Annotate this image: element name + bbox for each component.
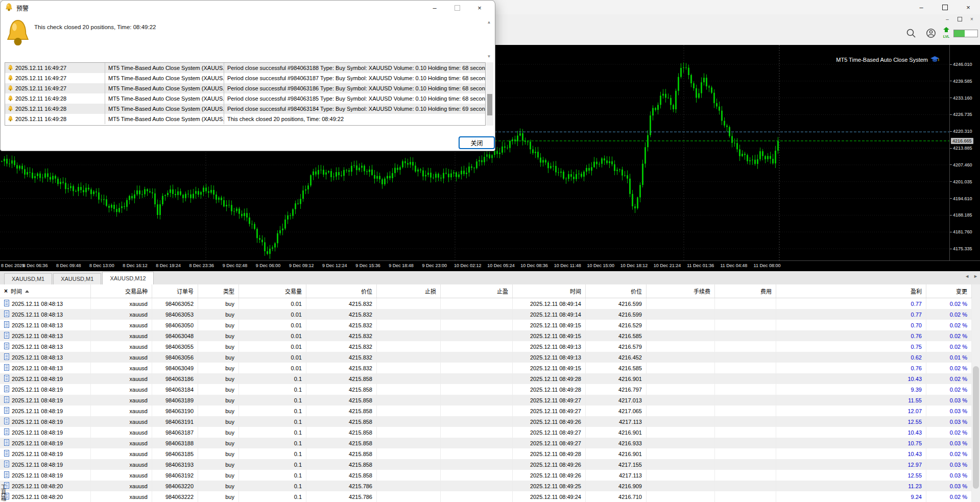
- chart-tab-xauusd-m1[interactable]: XAUUSD,M1: [4, 273, 52, 284]
- alert-row[interactable]: 2025.12.11 16:49:27MT5 Time-Based Auto C…: [5, 73, 485, 83]
- deal-icon: [4, 418, 9, 425]
- cell-6: [377, 438, 441, 448]
- deal-icon: [4, 407, 9, 415]
- chart-tab-xauusd-m12[interactable]: XAUUSD,M12: [102, 272, 153, 284]
- table-row[interactable]: 2025.12.11 08:48:19xauusd984063189buy0.1…: [0, 395, 980, 405]
- window-close-button[interactable]: ×: [957, 0, 980, 14]
- time-axis[interactable]: 8 Dec 20258 Dec 06:368 Dec 09:488 Dec 13…: [0, 260, 980, 272]
- cell-3: buy: [198, 491, 239, 502]
- tab-scroll-left-icon[interactable]: ◄: [965, 274, 969, 279]
- toolbox-side-tab[interactable]: 工具箱: [0, 484, 7, 502]
- dialog-minimize-button[interactable]: –: [423, 1, 446, 15]
- cell-8: 2025.12.11 08:49:14: [513, 309, 586, 320]
- level-icon[interactable]: LVL: [942, 27, 950, 38]
- deal-icon: [4, 450, 9, 458]
- cell-2: 984063185: [152, 448, 198, 459]
- column-header-6[interactable]: 止损: [377, 284, 441, 298]
- table-row[interactable]: 2025.12.11 08:48:13xauusd984063053buy0.0…: [0, 309, 980, 320]
- chart-restore-button[interactable]: [953, 14, 966, 23]
- table-row[interactable]: 2025.12.11 08:48:13xauusd984063056buy0.0…: [0, 352, 980, 363]
- dialog-close-button[interactable]: ×: [468, 1, 491, 15]
- column-header-9[interactable]: 价位: [586, 284, 647, 298]
- table-row[interactable]: 2025.12.11 08:48:13xauusd984063048buy0.0…: [0, 330, 980, 341]
- cell-7: [441, 309, 513, 320]
- column-header-5[interactable]: 价位: [306, 284, 377, 298]
- column-header-0[interactable]: ×时间: [0, 284, 91, 298]
- cell-0: 2025.12.11 08:48:13: [0, 298, 91, 309]
- column-header-10[interactable]: 手续费: [647, 284, 715, 298]
- alert-row[interactable]: 2025.12.11 16:49:28MT5 Time-Based Auto C…: [5, 114, 485, 124]
- column-header-12[interactable]: 盈利: [776, 284, 926, 298]
- table-row[interactable]: 2025.12.11 08:48:19xauusd984063187buy0.1…: [0, 427, 980, 438]
- column-header-1[interactable]: 交易品种: [91, 284, 152, 298]
- table-scrollbar-thumb[interactable]: [973, 366, 979, 489]
- alert-row[interactable]: 2025.12.11 16:49:28MT5 Time-Based Auto C…: [5, 93, 485, 104]
- column-header-13[interactable]: 变更: [926, 284, 972, 298]
- cell-10: [647, 416, 715, 427]
- table-row[interactable]: 2025.12.11 08:48:19xauusd984063193buy0.1…: [0, 459, 980, 470]
- chart-minimize-button[interactable]: –: [941, 14, 953, 23]
- close-button[interactable]: 关闭: [459, 136, 495, 149]
- tab-scroll-right-icon[interactable]: ►: [973, 274, 978, 279]
- table-row[interactable]: 2025.12.11 08:48:13xauusd984063050buy0.0…: [0, 320, 980, 330]
- alert-list-scrollbar[interactable]: [486, 62, 493, 126]
- cell-11: [715, 438, 776, 448]
- account-icon[interactable]: [925, 28, 937, 41]
- panel-close-icon[interactable]: ×: [4, 288, 8, 294]
- chart-tab-xauusd-m1[interactable]: XAUUSD,M1: [53, 273, 101, 284]
- alert-text: Period close successful #984063188 Type:…: [224, 63, 485, 73]
- cell-3: buy: [198, 330, 239, 341]
- cell-5: 4215.832: [306, 341, 377, 352]
- table-row[interactable]: 2025.12.11 08:48:13xauusd984063055buy0.0…: [0, 341, 980, 352]
- table-row[interactable]: 2025.12.11 08:48:19xauusd984063188buy0.1…: [0, 438, 980, 448]
- time-tick: 10 Dec 05:24: [487, 263, 515, 268]
- table-header[interactable]: ×时间交易品种订单号类型交易量价位止损止盈时间价位手续费费用盈利变更: [0, 284, 980, 298]
- cell-6: [377, 384, 441, 395]
- column-header-4[interactable]: 交易量: [239, 284, 306, 298]
- table-row[interactable]: 2025.12.11 08:48:20xauusd984063222buy0.1…: [0, 491, 980, 502]
- cell-6: [377, 459, 441, 470]
- alert-list-scrollbar-thumb[interactable]: [487, 94, 492, 115]
- alert-text: Period close successful #984063184 Type:…: [224, 104, 485, 114]
- cell-3: buy: [198, 427, 239, 438]
- column-header-11[interactable]: 费用: [715, 284, 776, 298]
- scroll-down-icon[interactable]: ▼: [487, 54, 491, 59]
- cell-9: 4216.710: [586, 491, 647, 502]
- table-row[interactable]: 2025.12.11 08:48:19xauusd984063184buy0.1…: [0, 384, 980, 395]
- table-row[interactable]: 2025.12.11 08:48:19xauusd984063185buy0.1…: [0, 448, 980, 459]
- column-header-8[interactable]: 时间: [513, 284, 586, 298]
- table-scrollbar[interactable]: [972, 284, 980, 502]
- window-minimize-button[interactable]: –: [910, 0, 933, 14]
- alert-row[interactable]: 2025.12.11 16:49:27MT5 Time-Based Auto C…: [5, 83, 485, 93]
- alert-dialog-titlebar[interactable]: 预警: [1, 1, 495, 15]
- alert-source: MT5 Time-Based Auto Close System (XAUUS.…: [105, 73, 224, 83]
- cell-13: 0.02 %: [926, 384, 972, 395]
- message-scrollbar[interactable]: ▲ ▼: [486, 20, 492, 59]
- chart-close-button[interactable]: ×: [966, 14, 978, 23]
- cell-2: 984063056: [152, 352, 198, 363]
- cell-13: 0.01 %: [926, 352, 972, 363]
- alert-row[interactable]: 2025.12.11 16:49:28MT5 Time-Based Auto C…: [5, 104, 485, 114]
- column-header-2[interactable]: 订单号: [152, 284, 198, 298]
- column-header-7[interactable]: 止盈: [441, 284, 513, 298]
- window-maximize-button[interactable]: [933, 0, 957, 14]
- table-row[interactable]: 2025.12.11 08:48:13xauusd984063049buy0.0…: [0, 363, 980, 373]
- table-row[interactable]: 2025.12.11 08:48:19xauusd984063190buy0.1…: [0, 405, 980, 416]
- table-row[interactable]: 2025.12.11 08:48:20xauusd984063220buy0.1…: [0, 481, 980, 491]
- cell-6: [377, 352, 441, 363]
- sort-ascending-icon: [25, 290, 29, 293]
- table-row[interactable]: 2025.12.11 08:48:19xauusd984063192buy0.1…: [0, 470, 980, 481]
- table-row[interactable]: 2025.12.11 08:48:19xauusd984063191buy0.1…: [0, 416, 980, 427]
- table-row[interactable]: 2025.12.11 08:48:13xauusd984063052buy0.0…: [0, 298, 980, 309]
- column-header-3[interactable]: 类型: [198, 284, 239, 298]
- time-tick: 9 Dec 02:48: [223, 263, 248, 268]
- table-row[interactable]: 2025.12.11 08:48:19xauusd984063186buy0.1…: [0, 373, 980, 384]
- cell-12: 10.75: [776, 438, 926, 448]
- alert-row[interactable]: 2025.12.11 16:49:27MT5 Time-Based Auto C…: [5, 63, 485, 73]
- deal-icon: [4, 353, 9, 361]
- search-icon[interactable]: [905, 28, 917, 41]
- price-axis[interactable]: 4246.0104239.5854233.1604226.7354220.310…: [950, 45, 980, 260]
- cell-11: [715, 309, 776, 320]
- scroll-up-icon[interactable]: ▲: [487, 20, 491, 25]
- cell-13: 0.03 %: [926, 481, 972, 491]
